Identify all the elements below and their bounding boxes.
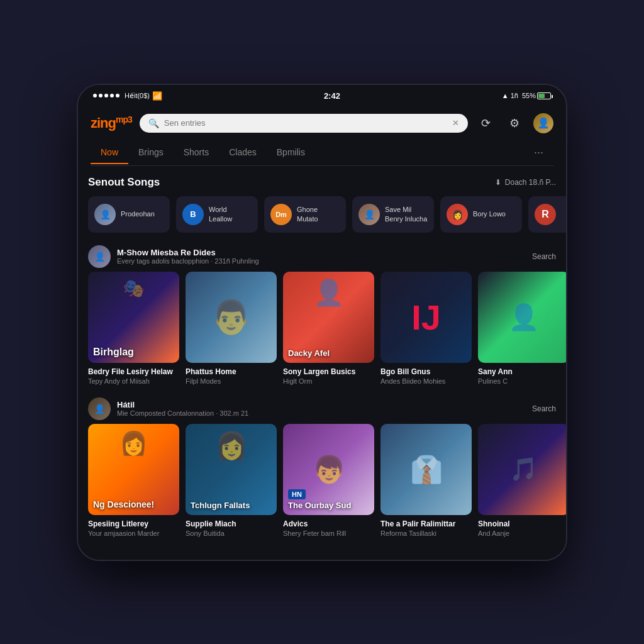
song-title-1-4: Bgo Bill Gnus <box>380 367 472 376</box>
carrier-text: Hếit(0$) <box>125 92 150 100</box>
artist-card-6[interactable]: R <box>528 196 566 233</box>
playlist-1-search[interactable]: Search <box>532 252 556 261</box>
artist-avatar-4: 👤 <box>358 204 380 225</box>
battery-bar <box>537 92 551 99</box>
featured-title: Senout Songs <box>88 176 160 189</box>
playlist-2-songs: 👩 Ng Descionee! Spesiing Litlerey Your a… <box>78 424 566 537</box>
song-title-2-3: Advics <box>283 519 374 528</box>
featured-action[interactable]: ⬇ Doach 18.ñ P... <box>495 178 556 187</box>
song-artist-1-5: Pulines C <box>478 377 566 385</box>
artist-card-2[interactable]: B World Leallow <box>176 196 258 233</box>
search-icon: 🔍 <box>148 118 159 128</box>
battery-fill <box>538 94 545 98</box>
search-input[interactable] <box>164 118 447 128</box>
song-thumb-text-2-1: Ng Descionee! <box>93 499 174 510</box>
download-icon: ⬇ <box>495 178 501 187</box>
playlist-2-avatar: 👤 <box>88 397 111 420</box>
artist-card-3[interactable]: Dm Ghone Mutato <box>264 196 346 233</box>
refresh-icon[interactable]: ⟳ <box>475 113 496 133</box>
featured-action-label: Doach 18.ñ P... <box>505 178 556 187</box>
song-thumb-1-3: 👤 Dacky Afel <box>283 272 374 363</box>
artist-card-5[interactable]: 👩 Bory Lowo <box>440 196 522 233</box>
status-left: Hếit(0$) 📶 <box>93 91 162 101</box>
search-clear-icon: ✕ <box>452 118 459 128</box>
song-artist-2-5: And Aanje <box>478 530 566 537</box>
playlist-2-search[interactable]: Search <box>532 404 556 413</box>
song-artist-1-2: Filpl Modes <box>186 377 277 385</box>
song-card-1-5[interactable]: 👤 Sany Ann Pulines C <box>478 272 566 385</box>
song-thumb-text-2-3: The Ourbay Sud <box>288 501 369 510</box>
nav-tabs: Now Brings Shorts Clades Bpmilis ··· <box>91 140 553 166</box>
song-title-1-1: Bedry File Lesiry Helaw <box>88 367 179 376</box>
playlist-2-header: 👤 Hátil Mie Composted Contalonnation · 3… <box>78 397 566 420</box>
song-card-1-4[interactable]: IJ Bgo Bill Gnus Andes Biideo Mohies <box>380 272 472 385</box>
song-thumb-2-2: 👩 Tchlugn Fallats <box>186 424 277 515</box>
song-title-2-4: The a Palir Ralimittar <box>380 519 472 528</box>
song-title-2-1: Spesiing Litlerey <box>88 519 179 528</box>
artist-avatar-5: 👩 <box>447 204 468 225</box>
song-title-1-5: Sany Ann <box>478 367 566 376</box>
battery-indicator: 55% <box>522 92 551 99</box>
artist-card-4[interactable]: 👤 Save Mil Benry Inlucha <box>352 196 434 233</box>
tab-shorts[interactable]: Shorts <box>174 141 219 164</box>
nav-more-button[interactable]: ··· <box>524 140 553 165</box>
header-icons: ⟳ ⚙ 👤 <box>475 113 553 133</box>
artist-name-1: Prodeohan <box>121 209 155 218</box>
header-top: zingmp3 🔍 ✕ ⟳ ⚙ 👤 <box>91 113 553 133</box>
signal-strength: ▲ 1ñ <box>502 92 518 99</box>
featured-header: Senout Songs ⬇ Doach 18.ñ P... <box>78 176 566 189</box>
song-card-2-3[interactable]: 👦 HN The Ourbay Sud Advics Shery Feter b… <box>283 424 374 537</box>
song-title-1-3: Sony Largen Busics <box>283 367 374 376</box>
song-artist-2-2: Sony Buitida <box>186 530 277 537</box>
song-thumb-2-4: 👔 <box>380 424 472 515</box>
signal-dots <box>93 94 119 97</box>
artist-card-1[interactable]: 👤 Prodeohan <box>88 196 170 233</box>
user-avatar[interactable]: 👤 <box>533 113 553 133</box>
song-card-2-4[interactable]: 👔 The a Palir Ralimittar Reforma Tasilla… <box>380 424 472 537</box>
wifi-icon: 📶 <box>152 91 162 101</box>
song-card-2-1[interactable]: 👩 Ng Descionee! Spesiing Litlerey Your a… <box>88 424 179 537</box>
song-card-1-2[interactable]: 👨 Phattus Home Filpl Modes <box>186 272 277 385</box>
artist-name-3: Ghone Mutato <box>297 205 340 223</box>
tab-now[interactable]: Now <box>91 141 128 164</box>
settings-icon[interactable]: ⚙ <box>504 113 525 133</box>
tab-bpmilis[interactable]: Bpmilis <box>267 141 315 164</box>
playlist-2-title: Hátil <box>117 400 526 409</box>
playlist-1-title: M-Show Miesba Re Dides <box>117 248 526 257</box>
artist-name-4: Save Mil Benry Inlucha <box>385 205 428 223</box>
artist-name-5: Bory Lowo <box>473 209 506 218</box>
main-content: Senout Songs ⬇ Doach 18.ñ P... 👤 Prodeoh… <box>78 166 566 560</box>
song-thumb-2-1: 👩 Ng Descionee! <box>88 424 179 515</box>
app-logo[interactable]: zingmp3 <box>91 114 132 131</box>
song-card-1-3[interactable]: 👤 Dacky Afel Sony Largen Busics Higlt Or… <box>283 272 374 385</box>
tab-brings[interactable]: Brings <box>128 141 174 164</box>
song-card-1-1[interactable]: 🎭 Birhglag Bedry File Lesiry Helaw Tepy … <box>88 272 179 385</box>
app-header: zingmp3 🔍 ✕ ⟳ ⚙ 👤 Now Brings Shorts Clad… <box>78 107 566 166</box>
artist-name-2: World Leallow <box>209 205 252 223</box>
status-right: ▲ 1ñ 55% <box>502 92 551 99</box>
song-thumb-text-1-1: Birhglag <box>93 347 174 358</box>
song-thumb-1-5: 👤 <box>478 272 566 363</box>
battery-percent: 55% <box>522 92 536 99</box>
playlist-section-1: 👤 M-Show Miesba Re Dides Every tags adol… <box>78 245 566 385</box>
playlist-1-info: M-Show Miesba Re Dides Every tags adolis… <box>117 248 526 265</box>
featured-section: Senout Songs ⬇ Doach 18.ñ P... 👤 Prodeoh… <box>78 176 566 233</box>
clock: 2:42 <box>324 91 340 101</box>
song-artist-2-1: Your amjaasion Marder <box>88 530 179 537</box>
phone-frame: Hếit(0$) 📶 2:42 ▲ 1ñ 55% zingmp3 🔍 ✕ <box>77 84 567 561</box>
song-artist-2-4: Reforma Tasillaski <box>380 530 472 537</box>
search-bar[interactable]: 🔍 ✕ <box>140 114 468 133</box>
playlist-section-2: 👤 Hátil Mie Composted Contalonnation · 3… <box>78 397 566 537</box>
song-thumb-1-4: IJ <box>380 272 472 363</box>
song-title-1-2: Phattus Home <box>186 367 277 376</box>
song-thumb-1-1: 🎭 Birhglag <box>88 272 179 363</box>
song-artist-1-4: Andes Biideo Mohies <box>380 377 472 385</box>
playlist-1-subtitle: Every tags adolis baclopphion · 231ñ Puh… <box>117 257 526 265</box>
song-artist-1-3: Higlt Orm <box>283 377 374 385</box>
song-artist-1-1: Tepy Andy of Miisah <box>88 377 179 385</box>
tab-clades[interactable]: Clades <box>219 141 267 164</box>
song-thumb-1-2: 👨 <box>186 272 277 363</box>
song-card-2-2[interactable]: 👩 Tchlugn Fallats Supplie Miach Sony Bui… <box>186 424 277 537</box>
song-title-2-2: Supplie Miach <box>186 519 277 528</box>
song-card-2-5[interactable]: 🎵 Shnoinal And Aanje <box>478 424 566 537</box>
